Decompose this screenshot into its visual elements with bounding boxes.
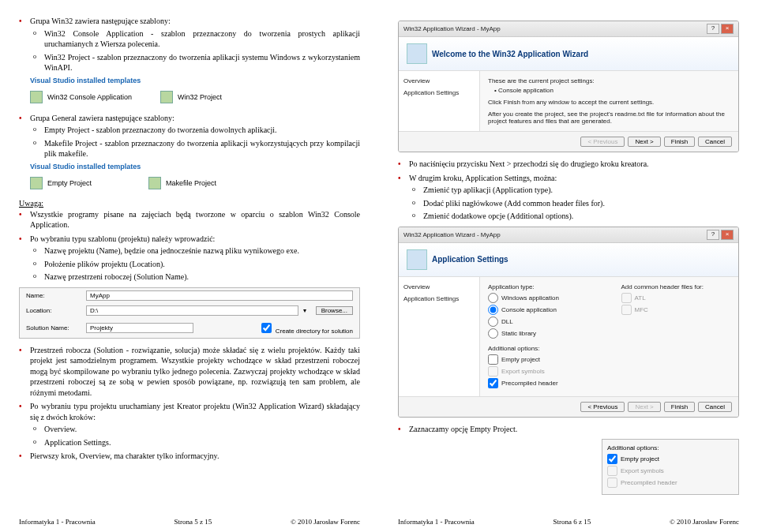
text: Application Settings. — [30, 437, 360, 448]
text: Po wybraniu typu projektu uruchamiany je… — [30, 402, 360, 421]
template-icon — [160, 91, 173, 103]
text: Po wybraniu typu szablonu (projektu) nal… — [30, 234, 215, 243]
text: Położenie plików projektu (Location). — [30, 259, 360, 270]
radio-windows[interactable] — [488, 293, 498, 303]
label: Application type: — [488, 283, 598, 290]
wizard-heading: Application Settings — [432, 255, 508, 264]
template-panel: Visual Studio installed templates Win32 … — [30, 77, 360, 107]
label: Location: — [26, 307, 81, 314]
cb-export-2 — [607, 466, 617, 476]
window-title: Win32 Application Wizard - MyApp — [403, 25, 501, 32]
cb-precompiled[interactable] — [488, 378, 498, 388]
label: Windows application — [501, 294, 559, 302]
text: Przestrzeń robocza (Solution - rozwiązan… — [19, 345, 360, 399]
text: After you create the project, see the pr… — [488, 111, 730, 125]
label: ATL — [635, 294, 646, 302]
text: Wszystkie programy pisane na zajęciach b… — [19, 209, 360, 230]
radio-dll[interactable] — [488, 317, 498, 327]
radio-console[interactable] — [488, 305, 498, 315]
text: Grupa Win32 zawiera następujące szablony… — [30, 17, 171, 25]
heading: Visual Studio installed templates — [30, 163, 360, 170]
heading-uwaga: Uwaga: — [19, 199, 43, 208]
label: Solution Name: — [26, 324, 81, 332]
label: Additional options: — [488, 345, 598, 352]
radio-static[interactable] — [488, 328, 498, 339]
label: Add common header files for: — [621, 283, 731, 290]
nav-appsettings[interactable]: Application Settings — [403, 295, 475, 302]
label: Name: — [26, 292, 81, 299]
wizard-heading: Welcome to the Win32 Application Wizard — [432, 50, 588, 58]
solution-input[interactable] — [86, 323, 193, 333]
cb-empty-2[interactable] — [607, 454, 617, 464]
label: Additional options: — [607, 444, 734, 451]
template-item[interactable]: Makefile Project — [166, 179, 216, 187]
label: Export symbols — [501, 368, 545, 375]
template-item[interactable]: Win32 Project — [178, 93, 222, 101]
text: Empty Project - szablon przeznaczony do … — [30, 125, 360, 136]
label: DLL — [501, 318, 513, 325]
text: Makefile Project - szablon przeznaczony … — [30, 138, 360, 159]
cancel-button[interactable]: Cancel — [698, 402, 732, 412]
text: Zaznaczamy opcję Empty Project. — [398, 424, 739, 435]
close-button[interactable]: × — [721, 24, 734, 34]
template-icon — [30, 91, 43, 103]
help-button[interactable]: ? — [707, 230, 719, 240]
template-item[interactable]: Win32 Console Application — [47, 93, 132, 101]
name-input[interactable] — [86, 290, 353, 301]
text: Win32 Project - szablon przeznaczony do … — [30, 52, 360, 73]
finish-button[interactable]: Finish — [664, 137, 695, 147]
label: Export symbols — [621, 467, 664, 474]
template-icon — [148, 177, 161, 189]
close-button[interactable]: × — [721, 230, 734, 240]
nav-appsettings[interactable]: Application Settings — [403, 89, 475, 96]
wizard-icon — [407, 249, 427, 270]
createdir-checkbox[interactable] — [261, 323, 272, 333]
cb-export — [488, 366, 498, 377]
label: MFC — [635, 306, 648, 313]
label: Console application — [501, 306, 557, 313]
template-panel: Visual Studio installed templates Empty … — [30, 163, 360, 193]
text: Dodać pliki nagłówkowe (Add common heade… — [409, 198, 739, 209]
wizard-overview-screenshot: Win32 Application Wizard - MyApp?× Welco… — [398, 21, 739, 152]
help-button[interactable]: ? — [707, 24, 719, 34]
template-icon — [30, 177, 43, 189]
cb-mfc — [621, 305, 632, 315]
prev-button[interactable]: < Previous — [580, 402, 625, 412]
text: Grupa General zawiera następujące szablo… — [30, 114, 174, 122]
label: Static library — [501, 330, 536, 337]
text: Nazwę przestrzeni roboczej (Solution Nam… — [30, 272, 360, 283]
label: Create directory for solution — [276, 328, 353, 335]
nav-overview[interactable]: Overview — [403, 77, 475, 84]
next-button: Next > — [628, 402, 660, 412]
newproject-dialog-fragment: Name: Location:▾Browse... Solution Name:… — [19, 287, 360, 339]
next-button[interactable]: Next > — [628, 137, 660, 147]
text: Po naciśnięciu przycisku Next > przechod… — [398, 159, 739, 170]
wizard-icon — [407, 43, 427, 64]
text: Zmienić dodatkowe opcje (Additional opti… — [409, 211, 739, 222]
label: Empty project — [621, 455, 659, 463]
text: Pierwszy krok, Overview, ma charakter ty… — [19, 451, 360, 462]
cb-empty[interactable] — [488, 354, 498, 365]
nav-overview[interactable]: Overview — [403, 283, 475, 290]
template-item[interactable]: Empty Project — [47, 179, 92, 187]
text: These are the current project settings: — [488, 77, 730, 84]
heading: Visual Studio installed templates — [30, 77, 360, 84]
label: Precompiled header — [621, 479, 677, 486]
wizard-appsettings-screenshot: Win32 Application Wizard - MyApp?× Appli… — [398, 227, 739, 418]
browse-button[interactable]: Browse... — [316, 306, 353, 315]
text: • Console application — [494, 87, 730, 94]
text: Win32 Console Application - szablon prze… — [30, 28, 360, 50]
label: Precompiled header — [501, 380, 558, 387]
cancel-button[interactable]: Cancel — [698, 137, 732, 147]
window-title: Win32 Application Wizard - MyApp — [403, 231, 501, 238]
location-input[interactable] — [86, 305, 298, 316]
cb-atl — [621, 293, 632, 303]
text: Overview. — [30, 424, 360, 435]
text: Nazwę projektu (Name), będzie ona jednoc… — [30, 245, 360, 257]
text: Click Finish from any window to accept t… — [488, 99, 730, 106]
finish-button[interactable]: Finish — [664, 402, 695, 412]
text: W drugim kroku, Application Settings, mo… — [409, 174, 557, 182]
additional-options-fragment: Additional options: Empty project Export… — [602, 439, 739, 495]
page-footer: Informatyka 1 - PracowniaStrona 6 z 15© … — [398, 518, 739, 526]
label: Empty project — [501, 356, 540, 363]
